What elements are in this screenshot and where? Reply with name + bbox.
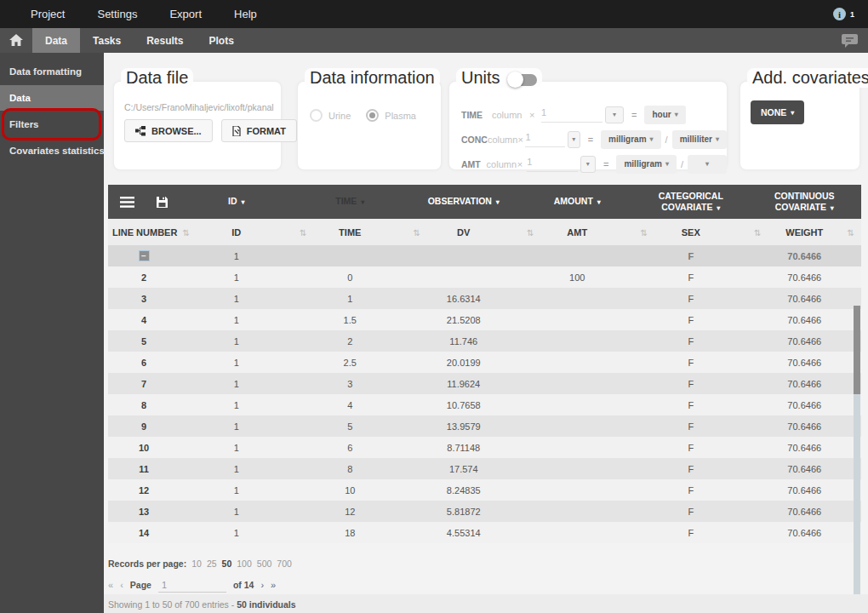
group-header-continuous-covariate[interactable]: CONTINUOUS COVARIATE ▾ [748, 191, 862, 213]
cell-time: 1 [294, 294, 408, 304]
sidebar-item-filters[interactable]: Filters [0, 112, 104, 137]
column-header-dv[interactable]: DV⇅ [407, 227, 521, 238]
radio-option-urine[interactable]: Urine [310, 109, 351, 122]
cell-line-number: 14 [108, 528, 180, 538]
cell-weight: 70.6466 [748, 251, 862, 261]
menu-item-help[interactable]: Help [234, 8, 257, 20]
equals-sign: = [603, 159, 608, 169]
cell-time: 8 [294, 464, 408, 474]
tab-data[interactable]: Data [32, 28, 80, 53]
table-scrollbar-thumb[interactable] [854, 306, 860, 394]
table-scrollbar[interactable] [854, 306, 860, 604]
cell-sex: F [634, 507, 748, 517]
cell-weight: 70.6466 [748, 272, 862, 283]
info-badge: 1 [850, 10, 854, 19]
menubar-right: i 1 [833, 8, 854, 20]
records-option-10[interactable]: 10 [191, 559, 202, 569]
group-header-time[interactable]: TIME ▾ [294, 196, 408, 207]
format-button[interactable]: FORMAT [221, 119, 297, 142]
cell-time: 3 [294, 379, 408, 389]
info-icon[interactable]: i [833, 8, 846, 20]
hamburger-menu-icon[interactable] [120, 197, 134, 208]
sort-icon[interactable]: ⇅ [848, 228, 854, 238]
collapse-group-button[interactable]: − [139, 250, 150, 261]
first-page-button[interactable]: « [108, 580, 113, 590]
group-header-categorical-covariate[interactable]: CATEGORICAL COVARIATE ▾ [634, 191, 748, 213]
save-icon[interactable] [157, 197, 168, 208]
cell-line-number: 12 [108, 485, 180, 496]
cell-dv: 8.24835 [407, 485, 521, 496]
tab-tasks[interactable]: Tasks [80, 28, 134, 53]
records-option-50[interactable]: 50 [222, 559, 232, 569]
next-page-button[interactable]: › [260, 580, 264, 590]
column-header-weight[interactable]: WEIGHT⇅ [748, 227, 862, 238]
cell-id: 1 [180, 528, 294, 538]
page-input[interactable] [158, 578, 226, 593]
showing-summary: Showing 1 to 50 of 700 entries - 50 indi… [104, 594, 868, 613]
comment-icon[interactable] [842, 33, 858, 48]
menu-item-settings[interactable]: Settings [97, 8, 137, 20]
menu-item-project[interactable]: Project [31, 8, 65, 20]
unit-select-amt-2[interactable]: ▾ [688, 155, 727, 174]
group-header-amount[interactable]: AMOUNT ▾ [521, 196, 635, 207]
column-header-time[interactable]: TIME⇅ [294, 227, 408, 238]
table-row: 411.521.5208F70.6466 [108, 309, 861, 330]
cell-id: 1 [180, 421, 294, 432]
last-page-button[interactable]: » [271, 580, 276, 590]
records-option-100[interactable]: 100 [237, 559, 252, 569]
cell-time: 12 [294, 507, 408, 517]
add-covariates-none-button[interactable]: NONE ▾ [751, 100, 804, 124]
unit-factor-input[interactable]: 1 [527, 157, 577, 172]
cell-line-number: 13 [108, 507, 180, 517]
equals-sign: = [631, 110, 637, 120]
records-options-slot: 102550100500700 [191, 559, 292, 569]
unit-factor-dropdown-button[interactable]: ▾ [568, 131, 580, 148]
column-header-line-number[interactable]: LINE NUMBER⇅ [108, 227, 180, 238]
home-button[interactable] [0, 28, 32, 53]
chevron-down-icon: ▾ [665, 160, 669, 168]
sidebar-item-covariates-statistics[interactable]: Covariates statistics [0, 138, 104, 163]
cell-sex: F [634, 336, 748, 347]
records-option-25[interactable]: 25 [207, 559, 217, 569]
urine-radio[interactable] [310, 109, 323, 122]
column-header-sex[interactable]: SEX⇅ [634, 227, 748, 238]
showing-individuals: 50 individuals [237, 599, 295, 610]
plasma-radio[interactable] [366, 109, 379, 122]
cell-id: 1 [180, 358, 294, 368]
table-row: 71311.9624F70.6466 [108, 373, 861, 394]
tab-results[interactable]: Results [134, 28, 196, 53]
table-row: 131125.81872F70.6466 [108, 501, 861, 522]
cell-id: 1 [180, 336, 294, 347]
records-option-500[interactable]: 500 [257, 559, 272, 569]
format-button-label: FORMAT [247, 126, 286, 136]
unit-select-time-1[interactable]: hour▾ [644, 106, 685, 124]
column-header-id[interactable]: ID⇅ [180, 227, 294, 238]
group-header-observation[interactable]: OBSERVATION ▾ [407, 196, 521, 207]
prev-page-button[interactable]: ‹ [120, 580, 123, 590]
cell-sex: F [634, 400, 748, 410]
browse-button[interactable]: BROWSE... [124, 119, 213, 142]
records-option-700[interactable]: 700 [277, 559, 292, 569]
cell-sex: F [634, 443, 748, 453]
cell-weight: 70.6466 [748, 400, 862, 410]
menu-item-export[interactable]: Export [169, 8, 202, 20]
unit-select-conc-1[interactable]: milligram▾ [601, 130, 660, 149]
column-header-amt[interactable]: AMT⇅ [521, 227, 635, 238]
cell-weight: 70.6466 [748, 421, 862, 432]
unit-select-amt-1[interactable]: milligram▾ [616, 155, 676, 174]
unit-factor-dropdown-button[interactable]: ▾ [580, 156, 596, 173]
unit-factor-input[interactable]: 1 [525, 132, 564, 147]
table-row: 210100F70.6466 [108, 266, 861, 288]
data-information-panel: Data information UrinePlasma [297, 81, 442, 170]
multiply-sign: × [517, 135, 525, 145]
sidebar-item-data-formatting[interactable]: Data formatting [0, 59, 104, 84]
unit-factor-dropdown-button[interactable]: ▾ [605, 106, 624, 123]
group-header-id[interactable]: ID ▾ [180, 196, 294, 207]
cell-id: 1 [180, 485, 294, 496]
tab-plots[interactable]: Plots [197, 28, 247, 53]
sidebar-item-data[interactable]: Data [0, 85, 104, 111]
unit-select-conc-2[interactable]: milliliter▾ [672, 130, 727, 149]
units-toggle[interactable] [509, 74, 537, 86]
unit-factor-input[interactable]: 1 [541, 107, 602, 123]
radio-option-plasma[interactable]: Plasma [366, 109, 416, 122]
